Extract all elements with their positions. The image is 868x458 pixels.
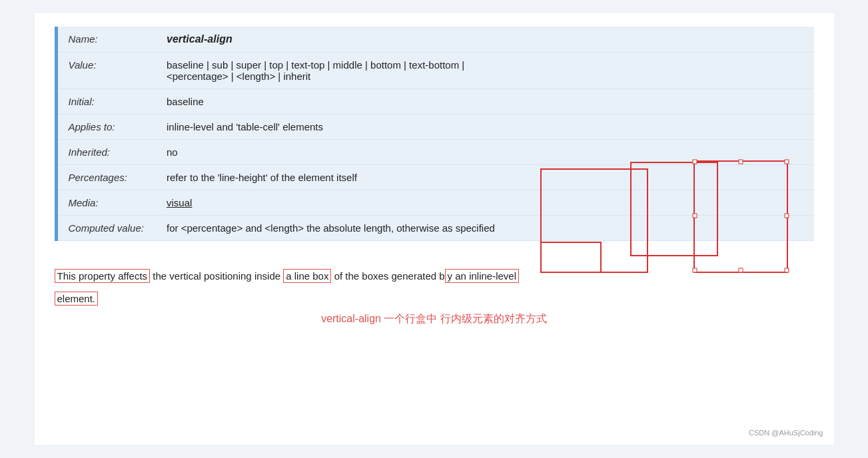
svg-rect-11 [693,214,697,218]
svg-rect-6 [785,160,789,164]
svg-rect-4 [693,160,697,164]
table-row: Applies to: inline-level and 'table-cell… [56,114,814,140]
table-row: Value: baseline | sub | super | top | te… [56,53,814,89]
watermark: CSDN @AHuSjCoding [749,429,823,437]
bottom-text-element: element. [55,290,814,308]
svg-rect-2 [541,242,601,272]
subtitle: vertical-align 一个行盒中 行内级元素的对齐方式 [55,312,814,326]
boxed-phrase-element: element. [55,292,99,306]
label-inherited: Inherited: [56,140,156,165]
table-row: Initial: baseline [56,89,814,114]
boxed-phrase-1: This property affects [55,269,151,283]
svg-rect-1 [631,162,717,256]
label-computed: Computed value: [56,216,156,241]
svg-rect-7 [785,214,789,218]
label-initial: Initial: [56,89,156,114]
label-applies: Applies to: [56,114,156,140]
boxed-phrase-line-box: a line box [283,269,331,283]
property-table: Name: vertical-align Value: baseline | s… [55,27,814,241]
label-media: Media: [56,190,156,216]
label-name: Name: [56,27,156,53]
value-name: vertical-align [156,27,814,53]
bottom-text-mid1: the vertical positioning inside [150,270,283,282]
value-value: baseline | sub | super | top | text-top … [156,53,814,89]
bottom-text-mid2: of the boxes generated b [331,270,444,282]
boxed-phrase-inline-level: y an inline-level [445,269,519,283]
svg-rect-8 [785,268,789,272]
diagram [534,156,794,289]
table-row: Name: vertical-align [56,27,814,53]
value-applies: inline-level and 'table-cell' elements [156,114,814,140]
page-container: Name: vertical-align Value: baseline | s… [35,13,834,445]
label-percentages: Percentages: [56,165,156,190]
svg-rect-5 [739,160,743,164]
svg-rect-9 [739,268,743,272]
diagram-svg [534,156,794,289]
label-value: Value: [56,53,156,89]
value-initial: baseline [156,89,814,114]
svg-rect-10 [693,268,697,272]
